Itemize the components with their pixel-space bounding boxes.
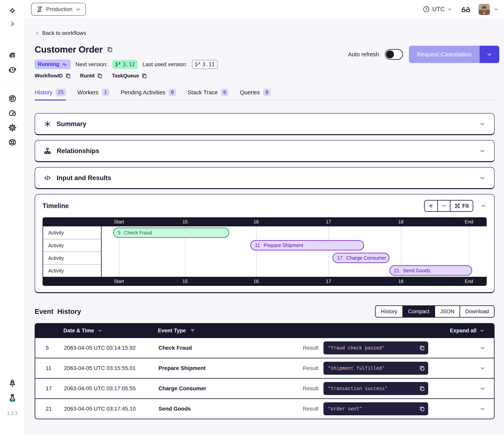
flask-icon[interactable] xyxy=(8,394,17,403)
timeline-row-label: Activity xyxy=(43,264,101,277)
pulse-icon xyxy=(62,62,68,67)
view-json-button[interactable]: JSON xyxy=(434,306,459,317)
workflow-header: Customer Order Running Next version: xyxy=(35,44,499,79)
tab-pending-activities[interactable]: Pending Activities 0 xyxy=(121,89,176,96)
sparkle-icon[interactable] xyxy=(8,6,17,15)
cancelation-options-button[interactable] xyxy=(480,46,499,63)
event-id: 17 xyxy=(35,385,64,392)
result-code-chip: "fraud check passed" xyxy=(324,342,428,354)
environment-selector[interactable]: Production xyxy=(31,3,86,16)
column-date-time[interactable]: Date & Time xyxy=(63,328,158,334)
auto-refresh-toggle[interactable] xyxy=(385,49,403,60)
gear-icon[interactable] xyxy=(8,123,17,132)
bar-label: Prepare Shipment xyxy=(264,242,303,248)
event-datetime: 2063-04-05 UTC 03:14:15.92 xyxy=(64,345,159,351)
view-mode-group: History Compact JSON Download xyxy=(375,305,495,318)
result-value: "order sent" xyxy=(328,406,419,412)
copy-icon[interactable] xyxy=(97,73,103,79)
swirl-circle-icon[interactable] xyxy=(8,94,17,103)
event-type: Send Goods xyxy=(159,406,303,412)
chevron-right-icon[interactable] xyxy=(8,19,17,28)
tab-count-badge: 1 xyxy=(102,89,109,96)
summary-section[interactable]: Summary xyxy=(35,113,495,135)
timeline-axis-top: Start15161718End xyxy=(43,217,487,226)
expand-all-button[interactable]: Expand all xyxy=(450,328,485,334)
tab-queries[interactable]: Queries 0 xyxy=(240,89,270,96)
chevron-down-icon[interactable] xyxy=(479,175,486,181)
next-version-value: 3.12 xyxy=(123,62,135,67)
copy-icon[interactable] xyxy=(419,386,425,391)
copy-icon[interactable] xyxy=(419,365,425,371)
spiral-icon[interactable] xyxy=(8,51,17,60)
tab-workers[interactable]: Workers 1 xyxy=(77,89,109,96)
timezone-picker[interactable]: UTC xyxy=(423,6,452,13)
zoom-fit-button[interactable]: Fit xyxy=(450,201,473,211)
status-badge: Running xyxy=(35,59,71,69)
chevron-up-icon[interactable] xyxy=(480,203,487,209)
zoom-out-button[interactable] xyxy=(437,201,450,211)
timeline-chart: Start15161718End Activity Activity Activ… xyxy=(43,217,487,286)
tab-label: Workers xyxy=(77,89,99,96)
axis-label-18: 18 xyxy=(398,278,404,284)
section-title: Relationships xyxy=(57,147,99,155)
chevron-down-icon[interactable] xyxy=(493,7,499,12)
auto-refresh-label: Auto refresh xyxy=(348,51,379,58)
view-history-button[interactable]: History xyxy=(376,306,402,317)
chevron-down-icon[interactable] xyxy=(479,345,486,351)
timeline-bar-prepare-shipment[interactable]: 11Prepare Shipment xyxy=(251,240,364,250)
chevron-down-icon[interactable] xyxy=(479,365,486,371)
rocket-icon[interactable] xyxy=(8,379,17,388)
timeline-bar-check-fraud[interactable]: 5Check Fraud xyxy=(113,228,229,238)
event-id: 11 xyxy=(35,365,64,371)
event-row[interactable]: 17 2063-04-05 UTC 03:17:05.55 Charge Con… xyxy=(35,379,495,399)
chevron-down-icon[interactable] xyxy=(479,121,486,127)
copy-icon[interactable] xyxy=(419,345,425,351)
run-id-label: RunId xyxy=(80,73,95,79)
filter-icon xyxy=(190,328,195,333)
request-cancelation-button[interactable]: Request Cancelation xyxy=(409,46,480,63)
lifebuoy-icon[interactable] xyxy=(8,138,17,147)
back-to-workflows-link[interactable]: Back to workflows xyxy=(35,30,86,36)
bar-event-id: 21 xyxy=(394,268,399,273)
tab-label: Queries xyxy=(240,89,260,96)
glasses-icon[interactable] xyxy=(461,6,471,13)
tab-stack-trace[interactable]: Stack Trace 0 xyxy=(188,89,229,96)
copy-icon[interactable] xyxy=(65,73,71,79)
timeline-bar-charge-consumer[interactable]: 17Charge Consumer xyxy=(333,253,389,263)
result-code-chip: "shipment fulfilled" xyxy=(324,362,428,375)
event-row[interactable]: 21 2063-04-05 UTC 03:17:45.10 Send Goods… xyxy=(35,399,495,419)
gauge-icon[interactable] xyxy=(8,109,17,118)
column-event-type[interactable]: Event Type xyxy=(158,328,302,334)
copy-icon[interactable] xyxy=(419,406,425,412)
tab-history[interactable]: History 25 xyxy=(35,89,66,96)
copy-icon[interactable] xyxy=(141,73,147,79)
timeline-row-label: Activity xyxy=(43,226,101,239)
view-compact-button[interactable]: Compact xyxy=(402,306,434,317)
copy-icon[interactable] xyxy=(107,46,113,53)
input-results-section[interactable]: Input and Results xyxy=(35,167,495,189)
download-button[interactable]: Download xyxy=(459,306,494,317)
last-used-version-badge: 3.11 xyxy=(192,60,218,69)
event-row[interactable]: 11 2063-04-05 UTC 03:15:55.01 Prepare Sh… xyxy=(35,358,495,379)
chevron-down-icon xyxy=(97,328,102,333)
timeline-bar-send-goods[interactable]: 21Send Goods xyxy=(389,265,472,276)
chevron-down-icon xyxy=(479,328,485,333)
next-version-label: Next version: xyxy=(75,61,108,68)
chevron-down-icon[interactable] xyxy=(479,148,486,154)
result-value: "shipment fulfilled" xyxy=(328,365,419,371)
tree-icon xyxy=(44,147,51,155)
chevron-down-icon[interactable] xyxy=(479,406,486,412)
avatar[interactable] xyxy=(479,4,490,15)
app-version: 1.2.3 xyxy=(7,411,18,416)
event-row[interactable]: 5 2063-04-05 UTC 03:14:15.92 Check Fraud… xyxy=(35,338,495,358)
zoom-in-button[interactable] xyxy=(425,201,437,211)
run-id-chip: RunId xyxy=(80,73,103,79)
clock-rotate-icon[interactable] xyxy=(8,65,17,74)
back-link-label: Back to workflows xyxy=(42,30,86,36)
rotate-circle-icon xyxy=(36,6,43,13)
axis-label-15: 15 xyxy=(182,278,188,284)
relationships-section[interactable]: Relationships xyxy=(35,140,495,162)
tab-count-badge: 0 xyxy=(221,89,228,96)
page-title: Customer Order xyxy=(35,44,103,55)
chevron-down-icon[interactable] xyxy=(479,385,486,392)
